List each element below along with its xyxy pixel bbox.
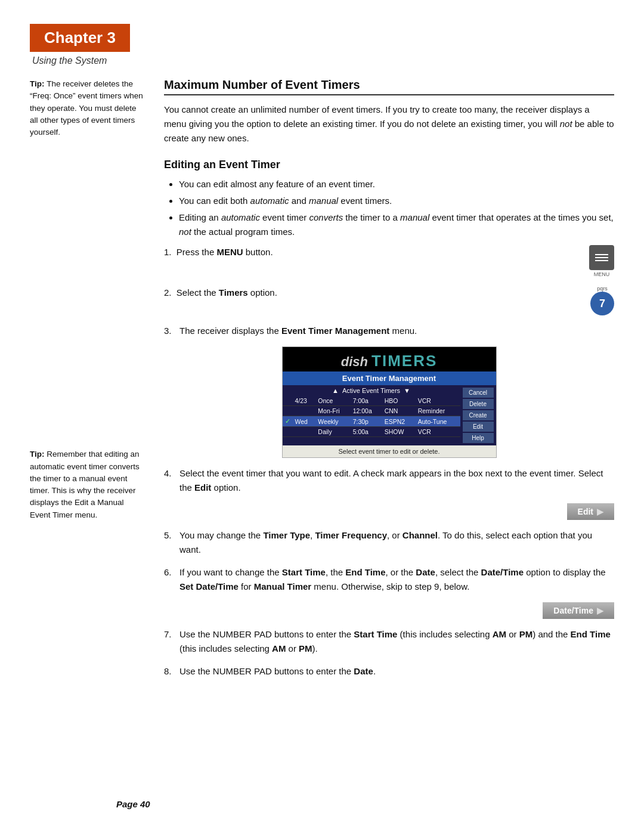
step-1-icon: MENU [589, 245, 614, 277]
edit-arrow-icon: ▶ [597, 507, 603, 516]
page-footer: Page 40 [116, 799, 150, 809]
check-cell [283, 406, 293, 416]
step-8-num: 8. [164, 664, 175, 679]
table-row-highlighted: ✓ Wed Weekly 7:30p ESPN2 Auto-Tune [283, 416, 460, 427]
section1-title: Maximum Number of Event Timers [164, 78, 614, 95]
edit-button[interactable]: Edit ▶ [567, 503, 614, 520]
main-layout: Tip: The receiver deletes the “Freq: Onc… [30, 78, 614, 687]
bullet-3: Editing an automatic event timer convert… [179, 210, 614, 239]
tip2-text: Remember that editing an automatic event… [30, 450, 140, 519]
step-2: 2. Select the Timers option. pqrs 7 [164, 286, 614, 315]
active-label: Active Event Timers [342, 387, 400, 394]
step-3: 3. The receiver displays the Event Timer… [164, 324, 614, 338]
screenshot-caption: Select event timer to edit or delete. [283, 445, 496, 457]
etm-screenshot: dish TIMERS Event Timer Management ▲ Act… [282, 346, 497, 458]
etm-body: ▲ Active Event Timers ▼ 4/23 Once 7:00a … [283, 385, 496, 445]
tip-box-1: Tip: The receiver deletes the “Freq: Onc… [30, 78, 146, 138]
timers-logo: TIMERS [371, 352, 437, 370]
bullet-list: You can edit almost any feature of an ev… [179, 177, 614, 239]
etm-buttons: Cancel Delete Create Edit Help [460, 385, 496, 445]
tip1-text: The receiver deletes the “Freq: Once” ev… [30, 79, 143, 137]
etm-table-area: ▲ Active Event Timers ▼ 4/23 Once 7:00a … [283, 385, 460, 445]
timers-button-icon: 7 [590, 292, 614, 315]
edit-label: Edit [578, 507, 593, 516]
check-cell [283, 427, 293, 437]
datetime-button[interactable]: Date/Time ▶ [543, 602, 614, 619]
action-cell: Auto-Tune [416, 416, 460, 427]
edit-button-row: Edit ▶ [164, 503, 614, 520]
step-1-text: 1. Press the MENU button. [164, 245, 580, 259]
arrow-down-icon: ▼ [404, 387, 410, 394]
etm-title: Event Timer Management [283, 371, 496, 385]
arrow-up-icon: ▲ [332, 387, 339, 394]
sidebar: Tip: The receiver deletes the “Freq: Onc… [30, 78, 146, 687]
step-5-num: 5. [164, 528, 175, 557]
freq-cell: Once [315, 396, 350, 406]
action-cell: VCR [416, 396, 460, 406]
date-cell: Wed [293, 416, 316, 427]
help-button[interactable]: Help [463, 433, 494, 443]
freq-cell: Daily [315, 427, 350, 437]
action-cell: VCR [416, 427, 460, 437]
step-5: 5. You may change the Timer Type, Timer … [164, 528, 614, 557]
create-button[interactable]: Create [463, 410, 494, 420]
edit-button-etm[interactable]: Edit [463, 422, 494, 432]
step-6-text: If you want to change the Start Time, th… [179, 565, 614, 594]
time-cell: 5:00a [351, 427, 382, 437]
date-cell [293, 427, 316, 437]
step-1: 1. Press the MENU button. MENU [164, 245, 614, 277]
table-row: Daily 5:00a SHOW VCR [283, 427, 460, 437]
menu-label: MENU [589, 271, 614, 277]
action-cell: Reminder [416, 406, 460, 416]
tip-box-2: Tip: Remember that editing an automatic … [30, 448, 146, 521]
step-7-num: 7. [164, 627, 175, 656]
using-system-subtitle: Using the System [32, 55, 614, 66]
timers-num: 7 [599, 298, 605, 310]
chapter-header: Chapter 3 [30, 24, 130, 52]
time-cell: 7:30p [351, 416, 382, 427]
step-7-text: Use the NUMBER PAD buttons to enter the … [179, 627, 614, 656]
section2-title: Editing an Event Timer [164, 159, 614, 171]
step-4-num: 4. [164, 466, 175, 495]
tip1-label: Tip: [30, 79, 47, 88]
channel-cell: HBO [382, 396, 416, 406]
date-cell [293, 406, 316, 416]
menu-line-2 [595, 257, 608, 258]
step-6-num: 6. [164, 565, 175, 594]
channel-cell: CNN [382, 406, 416, 416]
time-cell: 12:00a [351, 406, 382, 416]
delete-button[interactable]: Delete [463, 399, 494, 409]
freq-cell: Mon-Fri [315, 406, 350, 416]
datetime-label: Date/Time [553, 606, 593, 615]
step-8: 8. Use the NUMBER PAD buttons to enter t… [164, 664, 614, 679]
step-6: 6. If you want to change the Start Time,… [164, 565, 614, 594]
menu-line-3 [595, 260, 608, 261]
menu-line-1 [595, 254, 608, 255]
check-cell [283, 396, 293, 406]
menu-button-icon [589, 245, 614, 270]
step-4: 4. Select the event timer that you want … [164, 466, 614, 495]
step-2-icon: pqrs 7 [590, 286, 614, 315]
cancel-button[interactable]: Cancel [463, 388, 494, 398]
step-8-text: Use the NUMBER PAD buttons to enter the … [179, 664, 614, 679]
date-cell: 4/23 [293, 396, 316, 406]
content-area: Maximum Number of Event Timers You canno… [164, 78, 614, 687]
step-3-text: The receiver displays the Event Timer Ma… [179, 324, 614, 338]
datetime-button-row: Date/Time ▶ [164, 602, 614, 619]
step-4-text: Select the event timer that you want to … [179, 466, 614, 495]
table-row: Mon-Fri 12:00a CNN Reminder [283, 406, 460, 416]
chapter-title: Chapter 3 [44, 29, 116, 47]
step-3-num: 3. [164, 324, 175, 338]
bullet-1: You can edit almost any feature of an ev… [179, 177, 614, 191]
section1-body: You cannot create an unlimited number of… [164, 103, 614, 145]
dish-header: dish TIMERS [283, 347, 496, 371]
table-row: 4/23 Once 7:00a HBO VCR [283, 396, 460, 406]
etm-table: 4/23 Once 7:00a HBO VCR Mon-Fri 12:00a [283, 396, 460, 437]
step-7: 7. Use the NUMBER PAD buttons to enter t… [164, 627, 614, 656]
bullet-2: You can edit both automatic and manual e… [179, 194, 614, 208]
tip2-label: Tip: [30, 450, 47, 459]
time-cell: 7:00a [351, 396, 382, 406]
active-header: ▲ Active Event Timers ▼ [283, 385, 460, 396]
checkmark-icon: ✓ [285, 417, 290, 425]
datetime-arrow-icon: ▶ [597, 606, 603, 615]
